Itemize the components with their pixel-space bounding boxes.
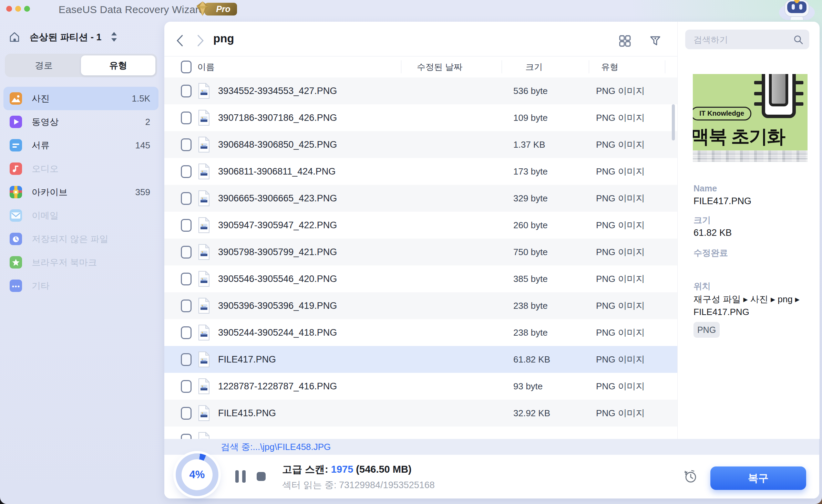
partition-selector[interactable]: 손상된 파티션 - 1 [8, 30, 117, 45]
select-all-checkbox[interactable] [181, 61, 192, 73]
file-type: PNG 이미지 [596, 319, 645, 346]
table-header: 이름 수정된 날짜 크기 유형 [164, 56, 677, 77]
scan-history-icon[interactable] [683, 469, 698, 484]
sidebar-item-photos[interactable]: 사진 1.5K [3, 87, 158, 110]
row-checkbox[interactable] [181, 192, 192, 205]
file-list: 3934552-3934553_427.PNG 536 byte PNG 이미지… [164, 77, 677, 439]
diamond-icon [195, 1, 210, 17]
png-file-icon [197, 190, 210, 207]
row-checkbox[interactable] [181, 165, 192, 178]
search-icon[interactable] [793, 34, 804, 45]
file-size: 61.82 KB [513, 346, 550, 373]
sidebar-item-audio: 오디오 [3, 157, 158, 180]
table-row[interactable]: 3906811-3906811_424.PNG 173 byte PNG 이미지 [164, 158, 677, 185]
unsaved-icon [10, 233, 22, 245]
preview-tag: IT Knowledge [693, 107, 751, 120]
list-scrollbar[interactable] [672, 104, 675, 140]
sidebar-item-archive[interactable]: 아카이브 359 [3, 180, 158, 204]
filter-icon[interactable] [649, 34, 662, 48]
tab-path[interactable]: 경로 [7, 55, 81, 75]
row-checkbox[interactable] [181, 407, 192, 420]
file-size: 238 byte [513, 292, 548, 319]
column-type[interactable]: 유형 [601, 56, 618, 77]
table-row[interactable]: 3905546-3905546_420.PNG 385 byte PNG 이미지 [164, 265, 677, 292]
sidebar-item-label: 이메일 [32, 210, 150, 222]
field-location-label: 위치 [693, 281, 711, 292]
column-modified[interactable]: 수정된 날짜 [417, 56, 462, 77]
partition-label: 손상된 파티션 - 1 [30, 31, 102, 43]
png-file-icon [197, 351, 210, 368]
file-type: PNG 이미지 [596, 373, 645, 400]
row-checkbox[interactable] [181, 434, 192, 439]
column-name[interactable]: 이름 [197, 56, 215, 77]
pause-button[interactable] [242, 470, 246, 483]
sidebar-item-label: 서류 [32, 139, 135, 151]
pause-button[interactable] [235, 470, 239, 483]
scan-status-text: 검색 중:...\jpg\FILE458.JPG [221, 441, 331, 453]
table-row[interactable]: 3934552-3934553_427.PNG 536 byte PNG 이미지 [164, 77, 677, 104]
file-type: PNG 이미지 [596, 212, 645, 239]
table-row[interactable]: 3906665-3906665_423.PNG 329 byte PNG 이미지 [164, 185, 677, 212]
table-row[interactable]: 1228787-1228787_416.PNG 93 byte PNG 이미지 [164, 373, 677, 400]
bottom-bar: 4% 고급 스캔: 1975 (546.50 MB) 섹터 읽는 중: 7312… [164, 455, 819, 498]
table-row[interactable]: FILE415.PNG 32.92 KB PNG 이미지 [164, 400, 677, 427]
file-size: 536 byte [513, 77, 548, 104]
sidebar-tabs: 경로 유형 [5, 54, 157, 77]
table-row[interactable]: 3905396-3905396_419.PNG 238 byte PNG 이미지 [164, 292, 677, 319]
table-row[interactable]: FILE417.PNG 61.82 KB PNG 이미지 [164, 346, 677, 373]
scan-count: 1975 [331, 464, 353, 475]
sidebar-item-label: 오디오 [32, 163, 150, 175]
row-checkbox[interactable] [181, 138, 192, 151]
file-name: FILE417.PNG [218, 346, 276, 373]
row-checkbox[interactable] [181, 300, 192, 312]
table-row[interactable]: 3905947-3905947_422.PNG 260 byte PNG 이미지 [164, 212, 677, 239]
file-size: 93 byte [513, 373, 543, 400]
assistant-robot-avatar[interactable] [777, 0, 817, 20]
file-size: 238 byte [513, 319, 548, 346]
tab-type[interactable]: 유형 [81, 55, 155, 75]
forward-icon[interactable] [195, 33, 206, 48]
file-size: 109 byte [513, 104, 548, 131]
row-checkbox[interactable] [181, 326, 192, 339]
table-row[interactable]: 3905798-3905799_421.PNG 750 byte PNG 이미지 [164, 239, 677, 265]
stop-button[interactable] [257, 472, 266, 481]
png-file-icon [197, 217, 210, 233]
grid-view-icon[interactable] [618, 34, 631, 48]
column-size[interactable]: 크기 [525, 56, 543, 77]
table-row[interactable]: 3906848-3906850_425.PNG 1.37 KB PNG 이미지 [164, 131, 677, 158]
video-icon [10, 116, 22, 128]
sidebar-item-video[interactable]: 동영상 2 [3, 110, 158, 134]
row-checkbox[interactable] [181, 85, 192, 97]
file-name: 3907186-3907186_426.PNG [218, 104, 337, 131]
sidebar-item-label: 사진 [32, 93, 132, 105]
table-row[interactable]: 3905244-3905244_418.PNG 238 byte PNG 이미지 [164, 319, 677, 346]
file-size: 385 byte [513, 265, 548, 292]
file-type: PNG 이미지 [596, 400, 645, 427]
png-file-icon [197, 405, 210, 421]
search-input[interactable] [693, 30, 787, 50]
table-row[interactable]: 3907186-3907186_426.PNG 109 byte PNG 이미지 [164, 104, 677, 131]
zoom-button[interactable] [24, 6, 30, 12]
close-button[interactable] [6, 6, 12, 12]
sidebar-item-documents[interactable]: 서류 145 [3, 134, 158, 157]
scan-summary: 고급 스캔: 1975 (546.50 MB) [282, 463, 412, 476]
png-file-icon [197, 432, 210, 439]
recover-button[interactable]: 복구 [710, 466, 806, 490]
partition-dropdown-arrows-icon[interactable] [111, 32, 117, 42]
table-row[interactable] [164, 427, 677, 439]
file-name: 3906665-3906665_423.PNG [218, 185, 337, 212]
sector-progress: 섹터 읽는 중: 73129984/1953525168 [282, 479, 435, 491]
row-checkbox[interactable] [181, 112, 192, 124]
row-checkbox[interactable] [181, 273, 192, 285]
png-file-icon [197, 271, 210, 287]
field-modified-label: 수정완료 [693, 247, 728, 259]
row-checkbox[interactable] [181, 219, 192, 232]
png-file-icon [197, 163, 210, 180]
row-checkbox[interactable] [181, 380, 192, 393]
sidebar-item-label: 브라우저 북마크 [32, 256, 150, 269]
row-checkbox[interactable] [181, 246, 192, 259]
sidebar-item-unsaved: 저장되지 않은 파일 [3, 227, 158, 251]
minimize-button[interactable] [15, 6, 21, 12]
back-icon[interactable] [175, 33, 186, 48]
row-checkbox[interactable] [181, 353, 192, 366]
